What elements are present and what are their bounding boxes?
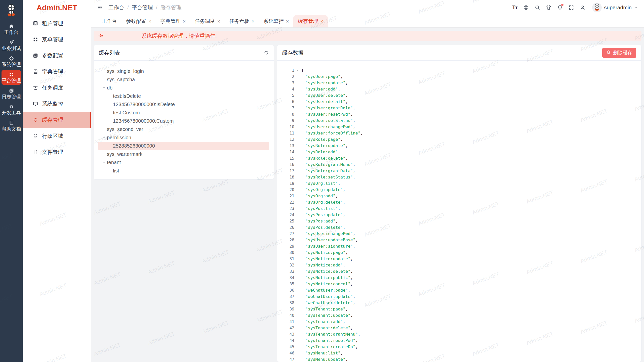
tab-close-icon[interactable]: × (183, 19, 186, 24)
profile-icon[interactable] (580, 5, 585, 10)
code-editor[interactable]: 1[2sysUser:page3sysUser:update4sysUser:a… (277, 61, 641, 362)
code-line: 12sysRole:page (280, 136, 641, 143)
primary-sidebar: 工作台业务测试系统管理平台管理日志管理开发工具帮助文档 (0, 0, 23, 362)
tree-node[interactable]: sys_single_login (98, 67, 269, 75)
code-text: sysUser:add (301, 86, 340, 92)
app-root: Admin.NETAdmin.NETAdmin.NETAdmin.NETAdmi… (0, 0, 644, 362)
primary-sidebar-item-1[interactable]: 工作台 (2, 22, 21, 36)
line-number: 8 (280, 111, 294, 117)
language-icon[interactable] (523, 5, 529, 10)
secondary-sidebar-item-2[interactable]: 菜单管理 (23, 31, 91, 48)
cache-data-panel: 缓存数据 删除缓存 1[2sysUser:page3sysUser:update… (277, 45, 641, 362)
main-area: 工作台/平台管理/缓存管理 TT superadmin 工作台参数 (91, 0, 644, 362)
tab-2[interactable]: 参数配置× (122, 15, 156, 27)
secondary-sidebar-item-label: 行政区域 (42, 132, 63, 140)
primary-sidebar-item-5[interactable]: 日志管理 (2, 86, 21, 101)
font-size-button[interactable]: TT (512, 5, 517, 10)
breadcrumb-item-1[interactable]: 工作台 (108, 4, 124, 11)
code-line: 41sysTenant:add (280, 319, 641, 325)
search-icon[interactable] (535, 5, 540, 10)
code-line: 35sysNotice:cancel (280, 281, 641, 287)
line-number: 14 (280, 149, 294, 155)
code-text: sysRole:grantMenu (301, 161, 355, 168)
code-line: 46sysMenu:list (280, 350, 641, 356)
code-string: sysOrg:delete (305, 200, 343, 205)
caret-down-icon[interactable] (101, 161, 107, 164)
tree-node[interactable]: sys_wartermark (98, 150, 269, 158)
code-string: sysUser:detail (305, 99, 345, 104)
code-string: sysOrg:update (305, 187, 343, 192)
primary-sidebar-item-3[interactable]: 系统管理 (2, 54, 21, 69)
code-line: 21sysOrg:add (280, 193, 641, 199)
send-icon (9, 40, 14, 45)
tree-node[interactable]: permission (98, 133, 269, 142)
tab-close-icon[interactable]: × (148, 19, 151, 24)
line-number: 10 (280, 124, 294, 130)
line-number: 24 (280, 212, 294, 218)
avatar (592, 3, 602, 12)
tab-close-icon[interactable]: × (252, 19, 255, 24)
secondary-sidebar-item-9[interactable]: 文件管理 (23, 144, 91, 160)
delete-cache-button[interactable]: 删除缓存 (602, 48, 636, 58)
secondary-sidebar-item-1[interactable]: 租户管理 (23, 15, 91, 31)
tree-node[interactable]: tenant (98, 158, 269, 167)
secondary-sidebar-item-7[interactable]: 缓存管理 (23, 112, 91, 128)
tree-node[interactable]: 123456780000000:Custom (98, 117, 269, 125)
code-string: sysNotice:add (305, 263, 343, 267)
collapse-sidebar-icon[interactable] (97, 5, 103, 10)
fold-caret-icon[interactable] (294, 67, 301, 73)
primary-sidebar-item-4[interactable]: 平台管理 (2, 70, 21, 85)
fold-gutter (294, 80, 301, 86)
tree-node[interactable]: list (98, 167, 269, 175)
fold-gutter (294, 92, 301, 99)
fold-gutter (294, 212, 301, 218)
fold-gutter (294, 331, 301, 337)
caret-down-icon[interactable] (101, 136, 107, 139)
code-text: sysNotice:cancel (301, 281, 353, 287)
secondary-sidebar-item-4[interactable]: 字典管理 (23, 64, 91, 80)
tab-5[interactable]: 任务看板× (225, 15, 259, 27)
tab-1[interactable]: 工作台 (97, 15, 122, 27)
tree-node[interactable]: db (98, 84, 269, 92)
primary-sidebar-item-2[interactable]: 业务测试 (2, 38, 21, 53)
code-line: 38weChatUser:delete (280, 300, 641, 306)
secondary-sidebar-item-8[interactable]: 行政区域 (23, 128, 91, 144)
code-string: sysOrg:list (305, 181, 338, 186)
code-line: 13sysRole:update (280, 143, 641, 149)
code-text: sysUser:changePwd (301, 231, 355, 237)
primary-sidebar-item-7[interactable]: 帮助文档 (2, 118, 21, 133)
tree-node-label: test:IsDelete (113, 93, 141, 99)
user-menu[interactable]: superadmin (592, 3, 638, 12)
tab-3[interactable]: 字典管理× (156, 15, 190, 27)
tab-close-icon[interactable]: × (286, 19, 289, 24)
code-line: 16sysRole:grantMenu (280, 161, 641, 168)
tab-4[interactable]: 任务调度× (190, 15, 225, 27)
tab-close-icon[interactable]: × (320, 19, 323, 24)
fold-gutter (294, 275, 301, 281)
theme-icon[interactable] (546, 5, 551, 10)
secondary-sidebar-item-6[interactable]: 系统监控 (23, 96, 91, 112)
refresh-icon[interactable] (264, 50, 269, 55)
app-logo[interactable] (0, 0, 23, 21)
tab-close-icon[interactable]: × (217, 19, 220, 24)
tree-node[interactable]: test:Custom (98, 109, 269, 117)
tab-6[interactable]: 系统监控× (259, 15, 294, 27)
tree-node[interactable]: 123456780000000:IsDelete (98, 100, 269, 109)
primary-sidebar-item-6[interactable]: 开发工具 (2, 102, 21, 117)
tree-node[interactable]: sys_second_ver (98, 125, 269, 133)
tree-node-label: tenant (107, 160, 121, 165)
secondary-sidebar-item-label: 租户管理 (42, 20, 63, 27)
code-line: 8sysUser:resetPwd (280, 111, 641, 117)
tree-node[interactable]: 252885263000000 (98, 142, 269, 150)
line-number: 47 (280, 356, 294, 362)
secondary-sidebar-item-5[interactable]: 任务调度 (23, 80, 91, 96)
notification-button[interactable] (557, 4, 563, 11)
caret-down-icon[interactable] (101, 86, 107, 89)
tree-node[interactable]: test:IsDelete (98, 92, 269, 100)
secondary-sidebar-item-3[interactable]: 参数配置 (23, 48, 91, 64)
fullscreen-icon[interactable] (569, 5, 574, 10)
tab-7[interactable]: 缓存管理× (293, 15, 328, 27)
tree-node[interactable]: sys_captcha (98, 75, 269, 84)
breadcrumb-item-2[interactable]: 平台管理 (132, 4, 153, 11)
line-number: 13 (280, 143, 294, 149)
